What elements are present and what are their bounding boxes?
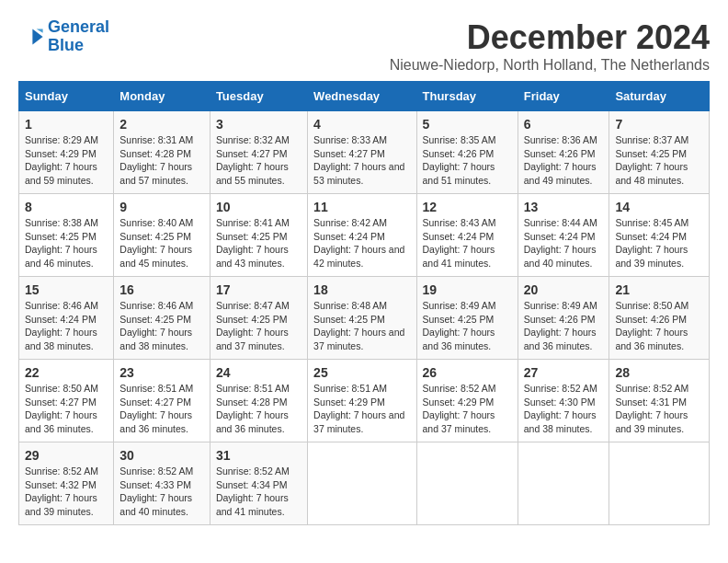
calendar-header: Sunday Monday Tuesday Wednesday Thursday… (19, 82, 710, 111)
day-info: Sunrise: 8:51 AMSunset: 4:27 PMDaylight:… (119, 382, 204, 436)
day-info: Sunrise: 8:46 AMSunset: 4:25 PMDaylight:… (119, 299, 204, 353)
day-number: 21 (615, 282, 703, 297)
day-cell: 27 Sunrise: 8:52 AMSunset: 4:30 PMDaylig… (518, 360, 609, 442)
logo-general: General (48, 17, 109, 36)
day-number: 31 (216, 448, 301, 463)
day-number: 3 (216, 117, 301, 132)
day-info: Sunrise: 8:52 AMSunset: 4:32 PMDaylight:… (25, 465, 108, 519)
day-number: 10 (216, 200, 301, 214)
day-number: 17 (216, 282, 301, 297)
day-number: 13 (524, 200, 604, 214)
day-cell: 29 Sunrise: 8:52 AMSunset: 4:32 PMDaylig… (19, 442, 114, 525)
week-row-2: 8 Sunrise: 8:38 AMSunset: 4:25 PMDayligh… (19, 194, 710, 277)
header-monday: Monday (114, 82, 210, 111)
day-info: Sunrise: 8:49 AMSunset: 4:26 PMDaylight:… (524, 299, 604, 353)
day-cell: 25 Sunrise: 8:51 AMSunset: 4:29 PMDaylig… (308, 360, 416, 442)
week-row-1: 1 Sunrise: 8:29 AMSunset: 4:29 PMDayligh… (19, 111, 710, 194)
day-number: 30 (119, 448, 204, 463)
day-cell: 22 Sunrise: 8:50 AMSunset: 4:27 PMDaylig… (19, 360, 114, 442)
header-sunday: Sunday (19, 82, 114, 111)
day-cell: 20 Sunrise: 8:49 AMSunset: 4:26 PMDaylig… (518, 277, 609, 360)
day-info: Sunrise: 8:32 AMSunset: 4:27 PMDaylight:… (216, 133, 301, 188)
day-number: 18 (313, 282, 410, 297)
day-info: Sunrise: 8:43 AMSunset: 4:24 PMDaylight:… (423, 216, 512, 270)
day-number: 24 (216, 365, 301, 380)
day-info: Sunrise: 8:52 AMSunset: 4:29 PMDaylight:… (423, 382, 512, 436)
day-cell: 26 Sunrise: 8:52 AMSunset: 4:29 PMDaylig… (416, 360, 518, 442)
day-info: Sunrise: 8:42 AMSunset: 4:24 PMDaylight:… (313, 216, 410, 270)
day-cell: 7 Sunrise: 8:37 AMSunset: 4:25 PMDayligh… (609, 111, 710, 194)
day-cell: 9 Sunrise: 8:40 AMSunset: 4:25 PMDayligh… (114, 194, 210, 277)
day-cell: 16 Sunrise: 8:46 AMSunset: 4:25 PMDaylig… (114, 277, 210, 360)
day-info: Sunrise: 8:50 AMSunset: 4:26 PMDaylight:… (615, 299, 703, 353)
week-row-3: 15 Sunrise: 8:46 AMSunset: 4:24 PMDaylig… (19, 277, 710, 360)
day-cell: 6 Sunrise: 8:36 AMSunset: 4:26 PMDayligh… (518, 111, 609, 194)
day-cell: 3 Sunrise: 8:32 AMSunset: 4:27 PMDayligh… (210, 111, 307, 194)
logo: General Blue (18, 18, 109, 55)
header-friday: Friday (518, 82, 609, 111)
day-info: Sunrise: 8:52 AMSunset: 4:31 PMDaylight:… (615, 382, 703, 436)
day-cell: 28 Sunrise: 8:52 AMSunset: 4:31 PMDaylig… (609, 360, 710, 442)
day-cell: 14 Sunrise: 8:45 AMSunset: 4:24 PMDaylig… (609, 194, 710, 277)
day-cell: 21 Sunrise: 8:50 AMSunset: 4:26 PMDaylig… (609, 277, 710, 360)
day-number: 14 (615, 200, 703, 214)
day-info: Sunrise: 8:36 AMSunset: 4:26 PMDaylight:… (524, 133, 604, 188)
title-area: December 2024 Nieuwe-Niedorp, North Holl… (390, 18, 710, 74)
day-cell: 24 Sunrise: 8:51 AMSunset: 4:28 PMDaylig… (210, 360, 307, 442)
day-info: Sunrise: 8:50 AMSunset: 4:27 PMDaylight:… (25, 382, 108, 436)
day-number: 2 (119, 117, 204, 132)
day-info: Sunrise: 8:33 AMSunset: 4:27 PMDaylight:… (313, 133, 410, 188)
day-info: Sunrise: 8:44 AMSunset: 4:24 PMDaylight:… (524, 216, 604, 270)
calendar-table: Sunday Monday Tuesday Wednesday Thursday… (18, 81, 710, 525)
calendar-subtitle: Nieuwe-Niedorp, North Holland, The Nethe… (390, 57, 710, 74)
header-tuesday: Tuesday (210, 82, 307, 111)
day-number: 8 (25, 200, 108, 214)
day-info: Sunrise: 8:38 AMSunset: 4:25 PMDaylight:… (25, 216, 108, 270)
day-number: 9 (119, 200, 204, 214)
day-info: Sunrise: 8:46 AMSunset: 4:24 PMDaylight:… (25, 299, 108, 353)
day-cell: 30 Sunrise: 8:52 AMSunset: 4:33 PMDaylig… (114, 442, 210, 525)
day-info: Sunrise: 8:48 AMSunset: 4:25 PMDaylight:… (313, 299, 410, 353)
day-cell: 5 Sunrise: 8:35 AMSunset: 4:26 PMDayligh… (416, 111, 518, 194)
header-saturday: Saturday (609, 82, 710, 111)
day-info: Sunrise: 8:29 AMSunset: 4:29 PMDaylight:… (25, 133, 108, 188)
day-number: 4 (313, 117, 410, 132)
day-number: 16 (119, 282, 204, 297)
weekday-row: Sunday Monday Tuesday Wednesday Thursday… (19, 82, 710, 111)
day-number: 26 (423, 365, 512, 380)
day-cell: 19 Sunrise: 8:49 AMSunset: 4:25 PMDaylig… (416, 277, 518, 360)
day-cell (609, 442, 710, 525)
day-number: 7 (615, 117, 703, 132)
header-wednesday: Wednesday (308, 82, 416, 111)
logo-blue: Blue (48, 36, 84, 54)
day-info: Sunrise: 8:47 AMSunset: 4:25 PMDaylight:… (216, 299, 301, 353)
day-info: Sunrise: 8:31 AMSunset: 4:28 PMDaylight:… (119, 133, 204, 188)
day-number: 11 (313, 200, 410, 214)
day-cell (518, 442, 609, 525)
day-info: Sunrise: 8:51 AMSunset: 4:29 PMDaylight:… (313, 382, 410, 436)
day-cell: 13 Sunrise: 8:44 AMSunset: 4:24 PMDaylig… (518, 194, 609, 277)
day-info: Sunrise: 8:52 AMSunset: 4:30 PMDaylight:… (524, 382, 604, 436)
day-number: 15 (25, 282, 108, 297)
calendar-title: December 2024 (390, 18, 710, 57)
day-info: Sunrise: 8:49 AMSunset: 4:25 PMDaylight:… (423, 299, 512, 353)
day-number: 25 (313, 365, 410, 380)
day-cell: 10 Sunrise: 8:41 AMSunset: 4:25 PMDaylig… (210, 194, 307, 277)
header: General Blue December 2024 Nieuwe-Niedor… (18, 18, 710, 74)
day-info: Sunrise: 8:52 AMSunset: 4:34 PMDaylight:… (216, 465, 301, 519)
day-cell: 4 Sunrise: 8:33 AMSunset: 4:27 PMDayligh… (308, 111, 416, 194)
day-info: Sunrise: 8:41 AMSunset: 4:25 PMDaylight:… (216, 216, 301, 270)
day-number: 28 (615, 365, 703, 380)
day-number: 19 (423, 282, 512, 297)
day-number: 27 (524, 365, 604, 380)
week-row-5: 29 Sunrise: 8:52 AMSunset: 4:32 PMDaylig… (19, 442, 710, 525)
day-cell: 15 Sunrise: 8:46 AMSunset: 4:24 PMDaylig… (19, 277, 114, 360)
day-cell: 23 Sunrise: 8:51 AMSunset: 4:27 PMDaylig… (114, 360, 210, 442)
logo-icon (18, 24, 44, 50)
day-number: 29 (25, 448, 108, 463)
day-info: Sunrise: 8:35 AMSunset: 4:26 PMDaylight:… (423, 133, 512, 188)
header-thursday: Thursday (416, 82, 518, 111)
svg-marker-1 (37, 29, 43, 32)
day-number: 1 (25, 117, 108, 132)
day-number: 5 (423, 117, 512, 132)
